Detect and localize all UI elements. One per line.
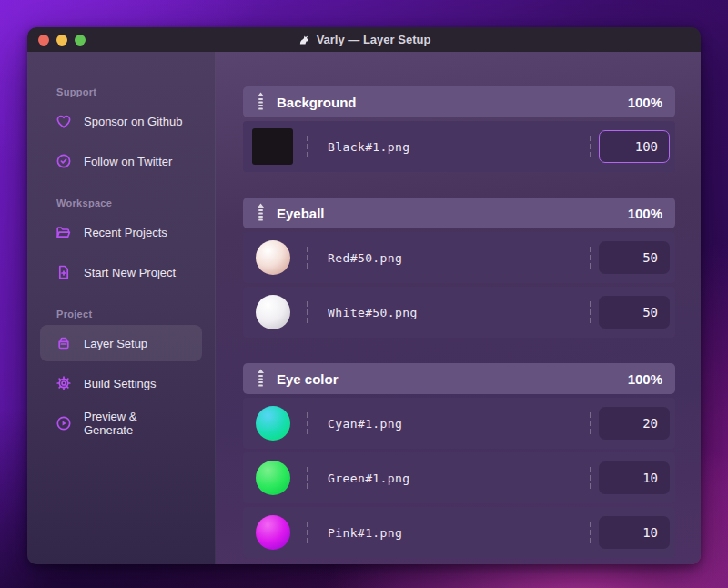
drag-handle-icon[interactable]: [256, 369, 266, 389]
black-square-thumbnail: [252, 128, 293, 165]
gear-icon: [55, 374, 73, 392]
sidebar-item-layer-setup[interactable]: Layer Setup: [40, 325, 202, 361]
group-title: Eyeball: [277, 206, 325, 221]
layer-row: Black#1.png: [243, 121, 675, 172]
badge-check-icon: [55, 152, 73, 170]
divider-dashed-icon: [307, 467, 308, 489]
titlebar[interactable]: Varly — Layer Setup: [27, 27, 701, 52]
divider-dashed-icon: [307, 247, 308, 269]
layer-value-input[interactable]: [599, 516, 670, 549]
layer-thumbnail-wrap: [252, 458, 293, 498]
sidebar-section-label-project: Project: [40, 309, 202, 319]
close-button[interactable]: [38, 35, 49, 46]
sidebar-item-label: Sponsor on Github: [84, 115, 182, 128]
sidebar-item-sponsor-on-github[interactable]: Sponsor on Github: [40, 103, 202, 139]
layer-filename: Black#1.png: [328, 140, 410, 154]
window-title-text: Varly — Layer Setup: [317, 33, 431, 46]
sidebar-item-preview-generate[interactable]: Preview & Generate: [40, 405, 202, 441]
group-header: Eyeball100%: [243, 198, 675, 228]
drag-handle-icon[interactable]: [256, 203, 266, 223]
divider-dashed-icon: [307, 136, 308, 157]
layer-row: Red#50.png: [243, 232, 675, 283]
sidebar-item-build-settings[interactable]: Build Settings: [40, 365, 202, 401]
layer-group-eyeball: Eyeball100%Red#50.pngWhite#50.png: [243, 198, 675, 338]
layer-row: Pink#1.png: [243, 507, 675, 558]
layer-filename: Red#50.png: [328, 251, 402, 265]
divider-dashed-icon: [590, 247, 592, 269]
pink-ball-thumbnail: [256, 515, 290, 550]
sidebar-item-label: Preview & Generate: [84, 410, 187, 437]
green-ball-thumbnail: [256, 461, 290, 495]
white-pearl-thumbnail: [256, 295, 290, 329]
sidebar-item-start-new-project[interactable]: Start New Project: [40, 254, 202, 290]
sidebar-item-label: Recent Projects: [84, 226, 167, 239]
app-window: Varly — Layer Setup SupportSponsor on Gi…: [27, 27, 701, 564]
layer-group-eye-color: Eye color100%Cyan#1.pngGreen#1.pngPink#1…: [243, 363, 675, 558]
sidebar-item-label: Build Settings: [84, 377, 157, 390]
layer-group-background: Background100%Black#1.png: [243, 86, 675, 172]
layer-thumbnail-wrap: [252, 127, 293, 167]
layer-thumbnail-wrap: [252, 292, 293, 332]
layer-value-input[interactable]: [599, 461, 670, 494]
sidebar-section-label-workspace: Workspace: [40, 198, 202, 208]
layer-row: White#50.png: [243, 287, 675, 338]
sidebar-section-label-support: Support: [40, 86, 202, 97]
layer-setup-panel: Background100%Black#1.pngEyeball100%Red#…: [216, 52, 701, 564]
desktop-background: Varly — Layer Setup SupportSponsor on Gi…: [0, 0, 728, 588]
layer-value-input[interactable]: [599, 241, 670, 274]
divider-dashed-icon: [590, 467, 592, 489]
group-header: Background100%: [243, 86, 675, 117]
red-pearl-thumbnail: [256, 240, 290, 275]
divider-dashed-icon: [590, 136, 592, 157]
layer-row: Cyan#1.png: [243, 398, 675, 449]
archive-icon: [55, 334, 73, 352]
layer-filename: Cyan#1.png: [328, 417, 402, 431]
sidebar-item-label: Layer Setup: [84, 337, 147, 350]
folder-icon: [55, 223, 73, 241]
layer-value-input[interactable]: [599, 130, 670, 163]
sidebar-item-follow-on-twitter[interactable]: Follow on Twitter: [40, 143, 202, 179]
layer-filename: Green#1.png: [328, 471, 410, 485]
window-title: Varly — Layer Setup: [298, 33, 431, 46]
cyan-ball-thumbnail: [256, 406, 290, 441]
layer-thumbnail-wrap: [252, 403, 293, 443]
group-weight: 100%: [628, 95, 662, 110]
minimize-button[interactable]: [56, 35, 67, 46]
sidebar: SupportSponsor on GithubFollow on Twitte…: [27, 52, 216, 564]
group-title: Eye color: [277, 371, 339, 387]
play-circle-icon: [55, 414, 73, 432]
window-body: SupportSponsor on GithubFollow on Twitte…: [27, 52, 701, 564]
layer-row: Green#1.png: [243, 452, 675, 503]
layer-filename: White#50.png: [328, 306, 418, 319]
group-title: Background: [277, 95, 357, 110]
layer-thumbnail-wrap: [252, 238, 293, 278]
group-weight: 100%: [628, 371, 662, 387]
divider-dashed-icon: [307, 522, 308, 543]
zoom-button[interactable]: [75, 35, 86, 46]
sidebar-item-label: Follow on Twitter: [84, 155, 172, 168]
traffic-lights: [38, 27, 86, 52]
divider-dashed-icon: [307, 412, 308, 434]
layer-filename: Pink#1.png: [328, 526, 402, 540]
divider-dashed-icon: [307, 301, 308, 323]
sidebar-item-label: Start New Project: [84, 266, 176, 279]
layer-value-input[interactable]: [599, 296, 670, 329]
divider-dashed-icon: [590, 301, 592, 323]
drag-handle-icon[interactable]: [256, 92, 266, 112]
divider-dashed-icon: [590, 412, 592, 434]
file-plus-icon: [55, 263, 73, 281]
heart-icon: [55, 112, 73, 130]
group-header: Eye color100%: [243, 363, 675, 394]
divider-dashed-icon: [590, 522, 592, 543]
layer-thumbnail-wrap: [252, 512, 293, 553]
unicorn-icon: [298, 33, 311, 46]
layer-value-input[interactable]: [599, 407, 670, 440]
group-weight: 100%: [628, 206, 662, 221]
sidebar-item-recent-projects[interactable]: Recent Projects: [40, 214, 202, 250]
